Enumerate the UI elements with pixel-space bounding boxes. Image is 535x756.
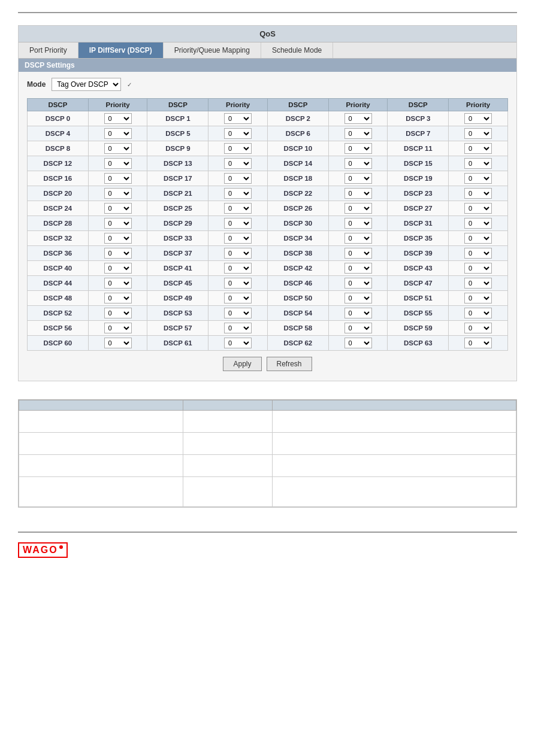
priority-select[interactable]: 01234567	[344, 173, 372, 184]
priority-select[interactable]: 01234567	[344, 143, 372, 154]
priority-select[interactable]: 01234567	[464, 308, 492, 318]
priority-cell: 01234567	[449, 336, 508, 351]
priority-select[interactable]: 01234567	[104, 173, 132, 184]
dscp-name-cell: DSCP 46	[267, 276, 328, 291]
priority-cell: 01234567	[449, 246, 508, 261]
priority-select[interactable]: 01234567	[464, 248, 492, 259]
priority-select[interactable]: 01234567	[344, 218, 372, 229]
priority-select[interactable]: 01234567	[224, 173, 252, 184]
priority-select[interactable]: 01234567	[224, 128, 252, 139]
priority-select[interactable]: 01234567	[104, 218, 132, 229]
priority-select[interactable]: 01234567	[224, 323, 252, 333]
priority-select[interactable]: 01234567	[224, 188, 252, 199]
priority-select[interactable]: 01234567	[104, 203, 132, 214]
dscp-name-cell: DSCP 6	[267, 126, 328, 141]
priority-select[interactable]: 01234567	[464, 233, 492, 244]
priority-select[interactable]: 01234567	[104, 278, 132, 289]
priority-select[interactable]: 01234567	[464, 263, 492, 274]
priority-select[interactable]: 01234567	[464, 158, 492, 169]
dscp-label: DSCP 4	[46, 130, 70, 137]
dscp-label: DSCP 31	[404, 220, 433, 227]
priority-select[interactable]: 01234567	[224, 143, 252, 154]
dscp-label: DSCP 22	[283, 190, 312, 197]
priority-select[interactable]: 01234567	[224, 263, 252, 274]
dscp-name-cell: DSCP 26	[267, 201, 328, 216]
priority-select[interactable]: 01234567	[104, 248, 132, 259]
priority-cell: 01234567	[88, 201, 147, 216]
priority-select[interactable]: 01234567	[464, 203, 492, 214]
priority-select[interactable]: 01234567	[344, 323, 372, 333]
dscp-label: DSCP 17	[164, 175, 192, 182]
dscp-name-cell: DSCP 43	[388, 261, 449, 276]
dscp-name-cell: DSCP 28	[28, 216, 89, 231]
priority-select[interactable]: 01234567	[344, 338, 372, 348]
apply-button[interactable]: Apply	[223, 357, 261, 371]
priority-select[interactable]: 01234567	[344, 128, 372, 139]
priority-select[interactable]: 01234567	[464, 278, 492, 289]
priority-select[interactable]: 01234567	[344, 263, 372, 274]
priority-select[interactable]: 01234567	[104, 308, 132, 318]
priority-select[interactable]: 01234567	[344, 233, 372, 244]
priority-select[interactable]: 01234567	[104, 188, 132, 199]
mode-select[interactable]: Tag Over DSCPDSCP OnlyTag Only	[52, 78, 121, 91]
priority-select[interactable]: 01234567	[224, 218, 252, 229]
dscp-label: DSCP 19	[404, 175, 433, 182]
dscp-label: DSCP 48	[44, 294, 72, 302]
priority-select[interactable]: 01234567	[104, 323, 132, 333]
priority-select[interactable]: 01234567	[104, 233, 132, 244]
priority-select[interactable]: 01234567	[344, 203, 372, 214]
dscp-name-cell: DSCP 31	[388, 216, 449, 231]
bottom-table	[19, 400, 516, 507]
priority-select[interactable]: 01234567	[224, 293, 252, 303]
priority-select[interactable]: 01234567	[224, 113, 252, 124]
priority-select[interactable]: 01234567	[464, 128, 492, 139]
priority-select[interactable]: 01234567	[344, 278, 372, 289]
priority-select[interactable]: 01234567	[104, 263, 132, 274]
priority-select[interactable]: 01234567	[464, 293, 492, 303]
priority-select[interactable]: 01234567	[464, 143, 492, 154]
priority-select[interactable]: 01234567	[464, 323, 492, 333]
priority-cell: 01234567	[449, 171, 508, 186]
table-row	[19, 411, 516, 433]
priority-select[interactable]: 01234567	[104, 143, 132, 154]
priority-select[interactable]: 01234567	[464, 173, 492, 184]
priority-cell: 01234567	[328, 186, 388, 201]
priority-select[interactable]: 01234567	[344, 248, 372, 259]
priority-select[interactable]: 01234567	[104, 293, 132, 303]
priority-select[interactable]: 01234567	[464, 338, 492, 348]
priority-select[interactable]: 01234567	[224, 233, 252, 244]
priority-select[interactable]: 01234567	[104, 338, 132, 348]
tab-port-priority[interactable]: Port Priority	[19, 42, 78, 58]
priority-select[interactable]: 01234567	[224, 158, 252, 169]
dscp-name-cell: DSCP 53	[147, 306, 208, 321]
priority-select[interactable]: 01234567	[464, 188, 492, 199]
tab-schedule-mode[interactable]: Schedule Mode	[261, 42, 333, 58]
priority-select[interactable]: 01234567	[344, 188, 372, 199]
tab-priority-queue[interactable]: Priority/Queue Mapping	[164, 42, 261, 58]
tab-ip-diffserv[interactable]: IP DiffServ (DSCP)	[78, 42, 164, 58]
priority-select[interactable]: 01234567	[344, 293, 372, 303]
priority-select[interactable]: 01234567	[464, 218, 492, 229]
priority-cell: 01234567	[208, 156, 268, 171]
priority-select[interactable]: 01234567	[224, 248, 252, 259]
priority-select[interactable]: 01234567	[344, 308, 372, 318]
dscp-label: DSCP 58	[283, 324, 312, 332]
dscp-label: DSCP 51	[404, 294, 433, 302]
priority-select[interactable]: 01234567	[464, 113, 492, 124]
priority-select[interactable]: 01234567	[224, 203, 252, 214]
table-row: DSCP 3201234567DSCP 3301234567DSCP 34012…	[28, 231, 508, 246]
dscp-name-cell: DSCP 22	[267, 186, 328, 201]
priority-select[interactable]: 01234567	[104, 128, 132, 139]
refresh-button[interactable]: Refresh	[267, 357, 312, 371]
priority-select[interactable]: 01234567	[344, 158, 372, 169]
priority-select[interactable]: 01234567	[224, 278, 252, 289]
priority-select[interactable]: 01234567	[224, 308, 252, 318]
priority-select[interactable]: 01234567	[344, 113, 372, 124]
dscp-name-cell: DSCP 56	[28, 321, 89, 336]
priority-select[interactable]: 01234567	[104, 113, 132, 124]
dscp-name-cell: DSCP 4	[28, 126, 89, 141]
priority-cell: 01234567	[208, 126, 268, 141]
priority-select[interactable]: 01234567	[104, 158, 132, 169]
priority-select[interactable]: 01234567	[224, 338, 252, 348]
dscp-label: DSCP 38	[283, 250, 312, 257]
